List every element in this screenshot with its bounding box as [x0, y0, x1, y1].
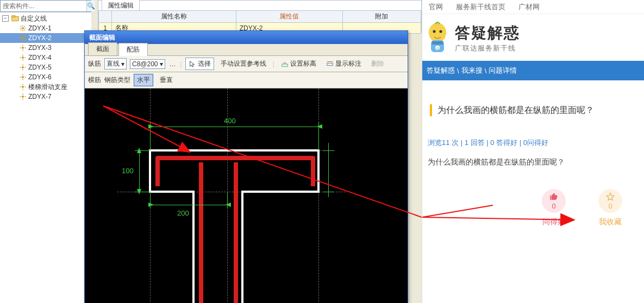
window-titlebar[interactable]: 截面编辑: [85, 31, 408, 44]
breadcrumb-item[interactable]: 问题详情: [489, 66, 517, 75]
tree-item-label: ZDYX-1: [28, 24, 52, 32]
svg-line-7: [21, 26, 22, 27]
svg-point-45: [22, 96, 24, 98]
tree-item[interactable]: ZDYX-7: [0, 92, 91, 102]
col-name: 属性名称: [112, 11, 236, 23]
star-badge: 0: [598, 189, 622, 213]
nav-link-official[interactable]: 官网: [429, 2, 443, 12]
svg-line-18: [21, 40, 22, 41]
question-meta: 浏览11 次 | 1 回答 | 0 答得好 | 0问得好: [428, 138, 639, 148]
tree-item[interactable]: ZDYX-5: [0, 62, 91, 72]
gear-icon: [19, 64, 27, 71]
property-editor: 属性编辑 属性名称 属性值 附加 1 名称 ZDYX-2: [98, 0, 422, 33]
breadcrumb-item[interactable]: 答疑解惑: [427, 66, 455, 75]
tree-root[interactable]: − 自定义线: [0, 14, 91, 23]
question-body: 为什么我画的横筋都是在纵筋的里面呢？: [428, 157, 639, 167]
folder-icon: [11, 15, 19, 22]
search-icon: 🔍: [87, 2, 95, 10]
select-tool-button[interactable]: 选择: [185, 58, 214, 70]
rebar-toolbar-2: 横筋 钢筋类型 水平 垂直: [85, 72, 408, 89]
gear-icon: [19, 73, 27, 81]
tree-item-label: ZDYX-4: [28, 54, 52, 61]
component-tree: − 自定义线 ZDYX-1 ZDYX-2 ZDYX-3 ZDYX-4 ZDYX-…: [0, 12, 91, 303]
nav-link-service[interactable]: 服务新干线首页: [456, 2, 505, 12]
dim-200: 200: [177, 209, 189, 217]
tree-item[interactable]: ZDYX-3: [0, 43, 91, 53]
tree-item[interactable]: ZDYX-1: [0, 23, 91, 33]
tree-item-label: ZDYX-5: [28, 64, 52, 71]
gear-icon: [19, 93, 27, 100]
gear-icon: [19, 83, 27, 91]
svg-rect-50: [282, 64, 288, 66]
svg-line-19: [24, 36, 26, 37]
favorite-action[interactable]: 0 我收藏: [598, 189, 622, 227]
gear-icon: [19, 24, 27, 32]
brand-subtitle: 广联达服务新干线: [455, 43, 520, 53]
tree-item-label: ZDYX-2: [28, 34, 52, 42]
rebar-type-label: 钢筋类型: [104, 75, 130, 85]
tab-rebar[interactable]: 配筋: [118, 43, 148, 56]
svg-line-8: [24, 30, 26, 31]
horizontal-button[interactable]: 水平: [134, 74, 153, 86]
question-title: 为什么我画的横筋都是在纵筋的里面呢？: [430, 104, 639, 116]
component-search: 🔍: [0, 0, 91, 12]
dimension-icon: [326, 60, 334, 68]
set-elevation-button[interactable]: 设置标高: [278, 58, 320, 70]
delete-button: 删除: [368, 58, 387, 70]
svg-point-25: [22, 56, 24, 59]
rebar-spec-input[interactable]: C8@200▾: [130, 59, 165, 69]
thumb-up-icon: [549, 192, 558, 202]
question-actions: 0 问得好 0 我收藏: [542, 189, 644, 227]
brand-header: G 答疑解惑 广联达服务新干线: [422, 14, 644, 61]
svg-text:G: G: [436, 47, 439, 50]
svg-line-16: [21, 36, 22, 37]
svg-point-35: [22, 76, 24, 78]
svg-line-63: [422, 205, 493, 217]
window-title: 截面编辑: [89, 33, 115, 42]
svg-point-20: [22, 47, 24, 49]
tree-item[interactable]: ZDYX-2: [0, 33, 91, 43]
tree-item[interactable]: ZDYX-4: [0, 53, 91, 62]
breadcrumb-item[interactable]: 我来搜: [461, 66, 483, 75]
tree-item[interactable]: ZDYX-6: [0, 72, 91, 82]
tree-item-label: ZDYX-3: [28, 44, 52, 52]
line-type-select[interactable]: 直线▾: [104, 58, 127, 70]
manual-refline-button[interactable]: 手动设置参考线: [217, 58, 270, 70]
nav-link-guangcai[interactable]: 广材网: [518, 2, 540, 12]
svg-rect-59: [432, 41, 443, 45]
favorite-label: 我收藏: [599, 217, 622, 227]
svg-point-40: [22, 86, 24, 88]
more-button[interactable]: …: [168, 60, 177, 68]
tree-item-label: 楼梯滑动支座: [28, 83, 67, 92]
svg-rect-51: [327, 63, 333, 65]
col-value: 属性值: [236, 11, 342, 23]
gear-icon: [19, 34, 27, 42]
cad-app: 🔍 − 自定义线 ZDYX-1 ZDYX-2 ZDYX-3 ZDYX-4 ZDY…: [0, 0, 422, 303]
rebar-toolbar-1: 纵筋 直线▾ C8@200▾ … | 选择 手动设置参考线 | 设置标高 显示标…: [85, 56, 408, 72]
top-nav: 官网 服务新干线首页 广材网: [422, 0, 644, 14]
show-dimensions-button[interactable]: 显示标注: [323, 58, 365, 70]
tree-item[interactable]: 楼梯滑动支座: [0, 82, 91, 92]
svg-rect-1: [12, 16, 15, 17]
svg-point-2: [22, 27, 24, 29]
svg-point-55: [429, 23, 446, 42]
good-question-action[interactable]: 0 问得好: [542, 189, 566, 227]
section-canvas[interactable]: 400 100 200: [85, 89, 408, 303]
good-question-label: 问得好: [542, 217, 565, 227]
search-button[interactable]: 🔍: [86, 1, 95, 11]
thumb-up-badge: 0: [542, 189, 566, 213]
tree-item-label: ZDYX-7: [28, 93, 52, 100]
tab-section[interactable]: 截面: [88, 42, 117, 55]
section-tabs: 截面 配筋: [85, 44, 408, 56]
collapse-icon[interactable]: −: [2, 15, 9, 22]
web-rebar: [85, 89, 408, 303]
vertical-button[interactable]: 垂直: [157, 74, 176, 86]
gear-icon: [19, 54, 27, 61]
section-editor-window: 截面编辑 截面 配筋 纵筋 直线▾ C8@200▾ … | 选择 手动设置参考线…: [84, 30, 408, 303]
search-input[interactable]: [1, 1, 86, 11]
good-question-count: 0: [552, 202, 555, 210]
svg-line-17: [24, 40, 26, 41]
cursor-icon: [189, 60, 196, 68]
svg-point-11: [22, 37, 24, 39]
svg-line-9: [21, 30, 22, 31]
